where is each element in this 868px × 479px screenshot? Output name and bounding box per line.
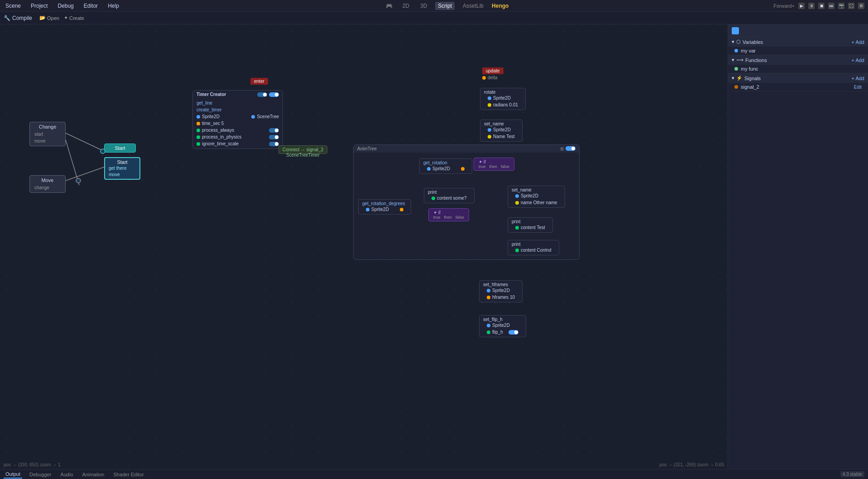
variables-add-button[interactable]: + Add	[852, 39, 864, 45]
change-node[interactable]: Change start move	[29, 122, 66, 146]
if-false-1: false	[501, 164, 509, 169]
menu-editor[interactable]: Editor	[82, 2, 100, 10]
pause-button[interactable]: ⏸	[808, 3, 815, 9]
ignore-time-label: ignore_time_scale	[202, 141, 239, 146]
camera-button[interactable]: 📷	[838, 3, 844, 9]
mode-assetlib[interactable]: AssetLib	[460, 2, 486, 10]
menu-help[interactable]: Help	[106, 2, 121, 10]
stop-button[interactable]: ⏹	[818, 3, 825, 9]
set-name-node[interactable]: set_name Sprite2D Name Test	[480, 120, 523, 142]
print-node-3[interactable]: print content Control	[508, 240, 559, 255]
canvas-area[interactable]: Change start move Move change Start Star…	[0, 24, 728, 469]
process-physics-toggle[interactable]	[269, 135, 279, 139]
start-inner-node[interactable]: Start get there move	[104, 157, 140, 180]
signal-2-label: signal_2	[741, 84, 759, 90]
anim-toggle[interactable]	[566, 146, 575, 151]
mode-3d[interactable]: 3D	[417, 2, 430, 10]
play-button[interactable]: ▶	[798, 3, 805, 9]
enter-node[interactable]: enter	[250, 78, 268, 85]
rotate-node[interactable]: rotate Sprite2D radians 0.01	[480, 88, 526, 110]
signal-2-edit-button[interactable]: Edit	[854, 85, 862, 90]
my-func-left: my func	[734, 66, 758, 72]
signal-2-left: signal_2	[734, 84, 759, 90]
settings-icon[interactable]: ⚙	[858, 3, 864, 9]
start-outer-node[interactable]: Start	[104, 144, 136, 153]
delta-dot	[482, 76, 486, 80]
panel-indicator	[732, 27, 739, 34]
right-panel: ▾ ⬡ Variables + Add my var ▾ ⟶ Functions	[728, 24, 868, 469]
print1-content: content some?	[428, 195, 470, 201]
signals-collapse-icon: ▾	[732, 75, 734, 81]
tab-shader-editor[interactable]: Shader Editor	[111, 471, 145, 478]
move-node[interactable]: Move change	[29, 175, 66, 193]
print3-label: print	[512, 242, 555, 247]
process-physics-dot	[197, 135, 200, 139]
menu-project[interactable]: Project	[29, 2, 49, 10]
menu-items: Scene Project Debug Editor Help	[4, 2, 121, 10]
compile-button[interactable]: 🔧 Compile	[4, 15, 32, 21]
panel-spacer	[728, 91, 868, 469]
sn-sprite2d-dot	[488, 128, 491, 132]
variables-title: ▾ ⬡ Variables	[732, 39, 763, 45]
tab-debugger[interactable]: Debugger	[28, 471, 53, 478]
variables-header[interactable]: ▾ ⬡ Variables + Add	[728, 37, 868, 47]
print3-content: content Control	[512, 247, 555, 254]
mode-2d[interactable]: 2D	[400, 2, 412, 10]
ignore-time-dot	[197, 142, 200, 146]
set-flip-h-node[interactable]: set_flip_h Sprite2D flip_h	[479, 315, 526, 337]
create-button[interactable]: ✦ Create	[64, 15, 84, 21]
set-hframes-node[interactable]: set_hframes Sprite2D hframes 10	[479, 280, 523, 302]
functions-section: ▾ ⟶ Functions + Add my func Edit	[728, 55, 868, 73]
set-hframes-label: set_hframes	[483, 282, 518, 287]
signals-header[interactable]: ▾ ⚡ Signals + Add	[728, 73, 868, 83]
functions-header[interactable]: ▾ ⟶ Functions + Add	[728, 55, 868, 65]
main-content: Change start move Move change Start Star…	[0, 24, 868, 469]
menu-scene[interactable]: Scene	[4, 2, 23, 10]
process-always-toggle[interactable]	[269, 128, 279, 133]
forward-plus: Forward+	[773, 3, 795, 9]
timer-toggle-on[interactable]	[269, 92, 279, 97]
anim-tree-area[interactable]: AnimTree ⊞ get_rotation Sprite2D	[353, 144, 580, 260]
print2-content: content Test	[512, 224, 549, 231]
svg-line-1	[66, 140, 79, 185]
signals-label: Signals	[744, 76, 761, 81]
grd-sprite2d: Sprite2D	[362, 206, 407, 213]
tab-output[interactable]: Output	[4, 470, 22, 479]
functions-add-button[interactable]: + Add	[852, 57, 864, 63]
tab-animation[interactable]: Animation	[81, 471, 106, 478]
fullscreen-button[interactable]: ⛶	[848, 3, 854, 9]
get-line-row: get_line	[193, 100, 283, 106]
open-button[interactable]: 📂 Open	[39, 15, 59, 21]
signals-add-button[interactable]: + Add	[852, 76, 864, 81]
rot-radians-label: radians 0.01	[493, 102, 518, 107]
print-node-1[interactable]: print content some?	[424, 188, 475, 203]
process-in-physics-row: process_in_physics	[193, 134, 283, 140]
sna-name-dot	[515, 201, 519, 205]
variables-section: ▾ ⬡ Variables + Add my var	[728, 37, 868, 55]
if-node-2[interactable]: ✦ if true then false	[428, 208, 469, 221]
sfh-toggle[interactable]	[508, 330, 518, 335]
change-start-port: start	[34, 131, 61, 137]
grd-sprite2d-dot	[366, 208, 369, 211]
get-rotation-degrees-node[interactable]: get_rotation_degrees Sprite2D	[358, 199, 411, 215]
set-name-anim-node[interactable]: set_name Sprite2D name Other name	[508, 186, 565, 208]
mode-script[interactable]: Script	[435, 2, 455, 10]
gr-sprite2d-dot	[427, 167, 431, 171]
get-rotation-degrees-label: get_rotation_degrees	[362, 201, 407, 206]
anim-tree-header: AnimTree ⊞	[354, 145, 579, 153]
time-sec-label: time_sec 5	[202, 121, 224, 126]
get-rotation-node[interactable]: get_rotation Sprite2D	[419, 158, 472, 174]
top-menubar: Scene Project Debug Editor Help 🎮 2D 3D …	[0, 0, 868, 12]
ignore-time-toggle[interactable]	[269, 142, 279, 146]
sfh-sprite2d-dot	[487, 324, 490, 327]
timer-creator-node[interactable]: Timer Creator get_line create_timer Spri…	[192, 90, 283, 149]
output-tabs-bar: Output Debugger Audio Animation Shader E…	[0, 469, 868, 479]
step-button[interactable]: ⏭	[828, 3, 834, 9]
tab-audio[interactable]: Audio	[58, 471, 75, 478]
menu-debug[interactable]: Debug	[56, 2, 75, 10]
timer-toggle-off[interactable]	[257, 92, 267, 97]
process-always-label: process_always	[202, 128, 234, 133]
if-node-1[interactable]: ✦ if true then false	[474, 158, 514, 171]
update-node[interactable]: update delta	[482, 67, 504, 81]
print-node-2[interactable]: print content Test	[508, 217, 553, 233]
